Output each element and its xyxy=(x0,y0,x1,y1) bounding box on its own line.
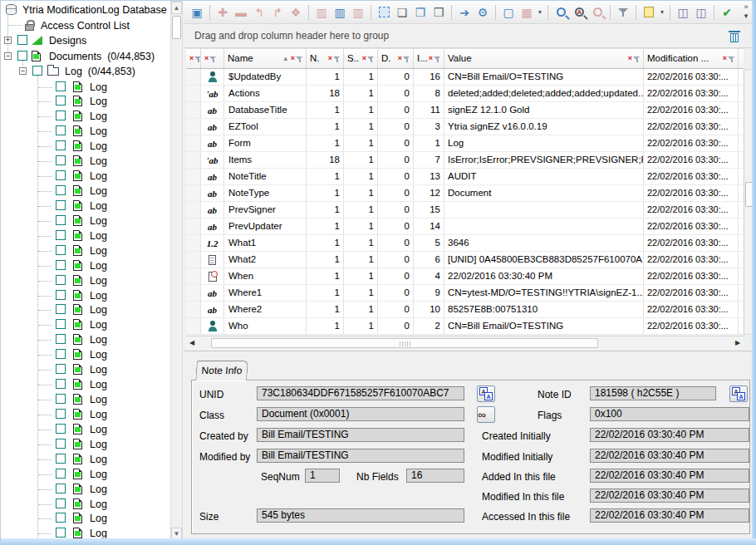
field-d-cell[interactable]: 0 xyxy=(378,102,414,118)
field-name-cell[interactable]: Where2 xyxy=(224,302,307,317)
column-header[interactable]: × xyxy=(201,49,224,68)
tree-item-log[interactable]: Log xyxy=(1,288,167,303)
field-s-cell[interactable]: 1 xyxy=(344,152,378,168)
field-i-cell[interactable]: 4 xyxy=(414,268,444,284)
table-row[interactable]: ab DatabaseTitle 1 1 0 11 signEZ 12.1.0 … xyxy=(186,102,744,119)
column-header[interactable]: D. × xyxy=(378,49,414,68)
field-modification-cell[interactable]: 22/02/2016 03:30:... xyxy=(644,69,739,85)
tree-item-log[interactable]: Log xyxy=(1,377,167,392)
added-in-file-field[interactable]: 22/02/2016 03:30:40 PM xyxy=(590,469,749,483)
grid-options-button[interactable]: ▦ xyxy=(518,3,536,22)
tree-item-log[interactable]: Log xyxy=(1,332,167,347)
log-checkbox[interactable] xyxy=(56,200,66,210)
collapse-icon[interactable]: − xyxy=(19,67,27,75)
modified-in-file-field[interactable]: 22/02/2016 03:30:40 PM xyxy=(590,489,749,503)
field-modification-cell[interactable]: 22/02/2016 03:30:... xyxy=(644,252,739,268)
zoom-reset-button[interactable] xyxy=(588,3,606,22)
field-modification-cell[interactable]: 22/02/2016 03:30:... xyxy=(644,152,739,168)
field-i-cell[interactable]: 10 xyxy=(414,302,444,317)
field-i-cell[interactable]: 8 xyxy=(414,86,444,101)
grid-horizontal-scrollbar[interactable]: ◀ ▶ xyxy=(186,336,744,350)
column-header[interactable]: S.. × xyxy=(344,49,378,68)
field-d-cell[interactable]: 0 xyxy=(378,202,414,218)
tree-item-log[interactable]: Log xyxy=(1,124,167,139)
field-i-cell[interactable]: 6 xyxy=(414,252,444,268)
tree-vertical-scrollbar[interactable]: ▲ ▼ xyxy=(170,1,183,539)
tree-item-log[interactable]: Log xyxy=(1,422,167,437)
copy-options-button[interactable]: ❒ xyxy=(430,3,448,22)
field-d-cell[interactable]: 0 xyxy=(378,218,414,234)
log-checkbox[interactable] xyxy=(56,409,66,419)
field-name-cell[interactable]: What2 xyxy=(224,252,307,268)
field-name-cell[interactable]: PrevSigner xyxy=(224,202,307,218)
table-row[interactable]: Who 1 1 0 2 CN=Bill Email/O=TESTING 22/0… xyxy=(186,318,744,335)
column-header[interactable]: × xyxy=(186,49,201,68)
field-d-cell[interactable]: 0 xyxy=(378,285,414,301)
table-row[interactable]: 1.2 What1 1 1 0 5 3646 22/02/2016 03:30:… xyxy=(186,235,744,252)
field-modification-cell[interactable]: 22/02/2016 03:30:... xyxy=(644,285,739,301)
field-modification-cell[interactable]: 22/02/2016 03:30:... xyxy=(644,86,739,101)
log-checkbox[interactable] xyxy=(56,125,66,135)
log-checkbox[interactable] xyxy=(56,439,66,449)
log-checkbox[interactable] xyxy=(56,528,66,538)
log-checkbox[interactable] xyxy=(56,334,66,344)
grid-options-button-dropdown[interactable]: ▾ xyxy=(536,8,544,16)
field-value-cell[interactable]: Log xyxy=(444,135,644,151)
column-header[interactable]: N. × xyxy=(307,49,344,68)
field-n-cell[interactable]: 1 xyxy=(307,119,344,135)
export-button[interactable]: ➔ xyxy=(455,3,474,22)
tree-item-log[interactable]: Log xyxy=(1,273,167,288)
field-modification-cell[interactable]: 22/02/2016 03:30:... xyxy=(644,102,739,118)
tree-item-access-control-list[interactable]: Access Control List xyxy=(1,18,167,33)
column-header[interactable]: Modification ... × xyxy=(644,49,739,68)
scrollbar-thumb[interactable] xyxy=(172,16,181,39)
field-d-cell[interactable]: 0 xyxy=(378,69,414,85)
trash-icon[interactable] xyxy=(729,30,740,43)
log-checkbox[interactable] xyxy=(56,245,66,255)
copy-table-button[interactable]: ❐ xyxy=(411,3,430,22)
log-checkbox[interactable] xyxy=(56,349,66,359)
tree-item-documents[interactable]: − Documents (0/44,853) xyxy=(1,49,167,64)
tree-item-log[interactable]: Log xyxy=(1,228,167,243)
expand-row-left-button[interactable]: ◫ xyxy=(674,3,692,22)
filter-save-button[interactable] xyxy=(614,3,632,22)
field-s-cell[interactable]: 1 xyxy=(344,302,378,317)
tree-item-log[interactable]: Log xyxy=(1,243,167,258)
field-modification-cell[interactable]: 22/02/2016 03:30:... xyxy=(644,235,739,251)
tree-item-log[interactable]: Log xyxy=(1,94,167,109)
field-value-cell[interactable]: AUDIT xyxy=(444,169,644,184)
filter-icon[interactable]: × xyxy=(723,49,735,68)
tree-item-log[interactable]: Log xyxy=(1,362,167,377)
log-checkbox[interactable] xyxy=(56,290,66,300)
convert-noteid-button[interactable]: AA xyxy=(729,385,748,402)
field-value-cell[interactable]: CN=Bill Email/O=TESTING xyxy=(444,318,644,334)
field-name-cell[interactable]: EZTool xyxy=(224,119,307,135)
field-value-cell[interactable] xyxy=(444,218,644,234)
size-field[interactable]: 545 bytes xyxy=(257,508,464,523)
tree-item-log-folder[interactable]: − Log (0/44,853) xyxy=(1,64,167,79)
field-n-cell[interactable]: 1 xyxy=(307,302,344,317)
tree-item-log[interactable]: Log xyxy=(1,109,167,124)
field-s-cell[interactable]: 1 xyxy=(344,119,378,135)
table-row[interactable]: 'ab Items 18 1 0 7 IsError;IsError;PREVS… xyxy=(186,152,744,169)
field-d-cell[interactable]: 0 xyxy=(378,86,414,101)
table-row[interactable]: ab NoteType 1 1 0 12 Document 22/02/2016… xyxy=(186,185,744,202)
process-button[interactable]: ⚙ xyxy=(474,3,492,22)
log-checkbox[interactable] xyxy=(56,81,66,91)
field-d-cell[interactable]: 0 xyxy=(378,252,414,268)
filter-icon[interactable]: × xyxy=(429,49,441,68)
modified-by-field[interactable]: Bill Email/TESTING xyxy=(257,449,464,463)
expand-icon[interactable]: + xyxy=(4,37,12,44)
log-checkbox[interactable] xyxy=(56,454,66,464)
field-d-cell[interactable]: 0 xyxy=(378,302,414,317)
scroll-left-button[interactable]: ◀ xyxy=(186,337,198,349)
field-name-cell[interactable]: Items xyxy=(224,152,307,168)
field-value-cell[interactable]: CN=ytest-MD/O=TESTING!!YTRIA\signEZ-1... xyxy=(444,285,644,301)
created-initially-field[interactable]: 22/02/2016 03:30:40 PM xyxy=(590,428,749,442)
tab-note-info[interactable]: Note Info xyxy=(195,361,248,381)
log-checkbox[interactable] xyxy=(56,260,66,270)
field-value-cell[interactable]: deleted;added;deleted;added;added;update… xyxy=(444,86,644,101)
field-i-cell[interactable]: 15 xyxy=(414,202,444,218)
log-checkbox[interactable] xyxy=(56,379,66,389)
select-region-button[interactable] xyxy=(375,3,393,22)
